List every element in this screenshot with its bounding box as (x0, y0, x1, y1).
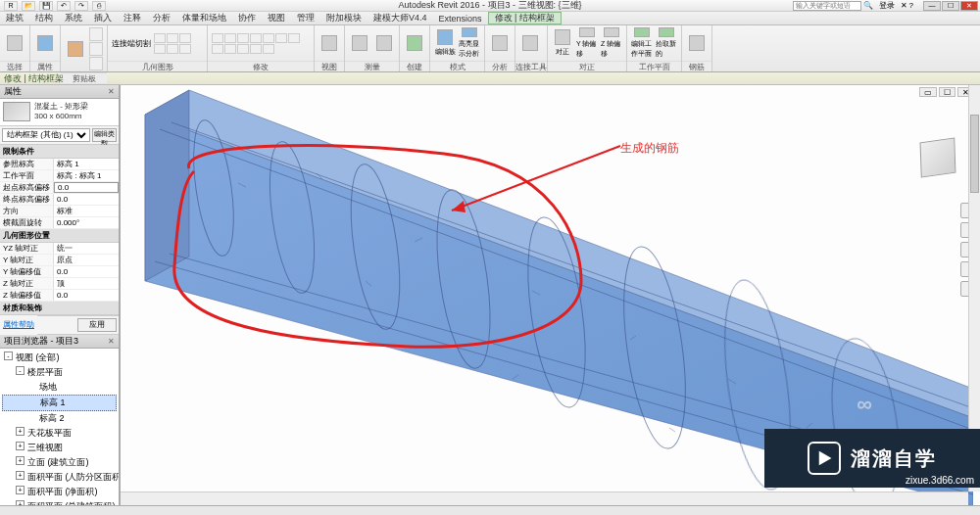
prop-orientation[interactable]: 标准 (54, 206, 119, 216)
qat-save[interactable]: 💾 (39, 1, 53, 11)
prop-z-justify[interactable]: 顶 (54, 278, 119, 289)
tree-item[interactable]: 标高 2 (2, 411, 117, 426)
y-offset-button[interactable]: Y 轴偏移 (576, 27, 598, 59)
modify-btn-3[interactable] (237, 33, 249, 43)
modify-btn-12[interactable] (263, 44, 274, 54)
horizontal-scrollbar[interactable] (121, 492, 968, 505)
tree-toggle-icon[interactable]: + (16, 427, 24, 436)
help-icon[interactable]: ? (909, 1, 913, 10)
cope-button[interactable]: 连接端切割 (112, 38, 151, 49)
properties-button[interactable] (34, 27, 56, 59)
join-tool-btn[interactable] (519, 27, 541, 59)
tree-toggle-icon[interactable]: - (4, 351, 13, 360)
tree-item[interactable]: 标高 1 (2, 395, 117, 411)
tab-view[interactable]: 视图 (262, 12, 291, 24)
viewcube[interactable] (913, 134, 962, 183)
infocenter-icon[interactable]: 🔍 (863, 1, 873, 10)
tab-architecture[interactable]: 建筑 (0, 12, 29, 24)
analyze-btn[interactable] (489, 27, 511, 59)
qat-redo[interactable]: ↷ (74, 1, 88, 11)
tab-analyze[interactable]: 分析 (147, 12, 176, 24)
highlight-analysis-button[interactable]: 高亮显示分析 (459, 27, 480, 59)
tree-toggle-icon[interactable]: + (16, 486, 24, 494)
select-button[interactable] (4, 27, 25, 59)
prop-end-offset[interactable]: 0.0 (54, 194, 119, 205)
copy-button[interactable] (89, 42, 103, 56)
tab-massing[interactable]: 体量和场地 (176, 12, 232, 24)
justify-button[interactable]: 对正 (552, 27, 573, 59)
measure-btn-2[interactable] (373, 27, 395, 59)
geom-btn-1[interactable] (154, 33, 166, 43)
modify-btn-7[interactable] (288, 33, 300, 43)
tree-item[interactable]: +面积平面 (净面积) (2, 485, 117, 499)
modify-btn-4[interactable] (250, 33, 262, 43)
tree-toggle-icon[interactable]: + (16, 456, 24, 465)
tab-insert[interactable]: 插入 (88, 12, 118, 24)
properties-close-icon[interactable]: ✕ (108, 87, 115, 96)
z-offset-button[interactable]: Z 轴偏移 (601, 27, 622, 59)
tree-item[interactable]: +立面 (建筑立面) (2, 455, 117, 470)
edit-type-button[interactable]: 编辑类型 (92, 128, 117, 142)
window-minimize-button[interactable]: — (923, 1, 941, 11)
measure-btn-1[interactable] (349, 27, 370, 59)
view-btn[interactable] (318, 27, 340, 59)
tree-item[interactable]: -楼层平面 (2, 365, 117, 380)
signin-label[interactable]: 登录 (879, 0, 895, 11)
tree-toggle-icon[interactable]: + (16, 471, 24, 480)
modify-btn-1[interactable] (212, 33, 223, 43)
tree-item[interactable]: 场地 (2, 380, 117, 395)
tree-item[interactable]: -视图 (全部) (2, 351, 117, 365)
properties-help-link[interactable]: 属性帮助 (0, 317, 37, 332)
rebar-button[interactable] (686, 27, 708, 59)
app-menu-button[interactable]: R (4, 1, 18, 11)
geom-btn-4[interactable] (154, 44, 166, 54)
exchange-icon[interactable]: ✕ (901, 1, 907, 10)
cut-button[interactable] (89, 27, 103, 41)
modify-btn-8[interactable] (212, 44, 223, 54)
tree-item[interactable]: +三维视图 (2, 441, 117, 455)
prop-y-offset[interactable]: 0.0 (54, 266, 119, 277)
search-input[interactable] (793, 1, 861, 11)
qat-open[interactable]: 📂 (22, 1, 35, 11)
qat-undo[interactable]: ↶ (57, 1, 71, 11)
geom-btn-3[interactable] (179, 33, 191, 43)
tree-toggle-icon[interactable]: - (16, 366, 24, 375)
tree-toggle-icon[interactable]: + (16, 500, 24, 505)
tree-item[interactable]: +天花板平面 (2, 426, 117, 441)
prop-rotation[interactable]: 0.000° (54, 217, 119, 228)
tab-manage[interactable]: 管理 (291, 12, 320, 24)
tab-modelmaster[interactable]: 建模大师V4.4 (368, 12, 433, 24)
window-close-button[interactable]: ✕ (960, 1, 978, 11)
geom-btn-6[interactable] (179, 44, 191, 54)
modify-btn-10[interactable] (237, 44, 249, 54)
modify-btn-6[interactable] (275, 33, 287, 43)
match-button[interactable] (89, 57, 103, 70)
apply-button[interactable]: 应用 (77, 318, 117, 332)
prop-start-offset[interactable]: 0.0 (54, 182, 119, 193)
tab-structure[interactable]: 结构 (29, 12, 59, 24)
paste-button[interactable] (65, 33, 86, 65)
geom-btn-5[interactable] (167, 44, 178, 54)
tree-item[interactable]: +面积平面 (人防分区面积) (2, 470, 117, 485)
type-selector[interactable]: 结构框架 (其他) (1) (2, 128, 90, 142)
tab-annotate[interactable]: 注释 (118, 12, 147, 24)
modify-btn-9[interactable] (224, 44, 236, 54)
window-maximize-button[interactable]: ☐ (942, 1, 959, 11)
prop-workplane[interactable]: 标高 : 标高 1 (54, 170, 119, 181)
edit-family-button[interactable]: 编辑族 (434, 27, 456, 59)
prop-z-offset[interactable]: 0.0 (54, 290, 119, 301)
geom-btn-2[interactable] (167, 33, 178, 43)
prop-y-justify[interactable]: 原点 (54, 255, 119, 265)
3d-viewport[interactable]: ▭ ☐ ✕ (120, 85, 980, 505)
tab-modify-contextual[interactable]: 修改 | 结构框架 (488, 12, 562, 24)
qat-print[interactable]: ⎙ (92, 1, 106, 11)
tab-extensions[interactable]: Extensions (433, 12, 488, 24)
tab-systems[interactable]: 系统 (59, 12, 88, 24)
create-btn[interactable] (404, 27, 425, 59)
tree-item[interactable]: +面积平面 (总建筑面积) (2, 499, 117, 505)
tree-toggle-icon[interactable]: + (16, 442, 24, 450)
modify-btn-5[interactable] (263, 33, 274, 43)
prop-ref-level[interactable]: 标高 1 (54, 159, 119, 169)
edit-workplane-button[interactable]: 编辑工作平面 (631, 27, 653, 59)
browser-close-icon[interactable]: ✕ (108, 337, 115, 346)
